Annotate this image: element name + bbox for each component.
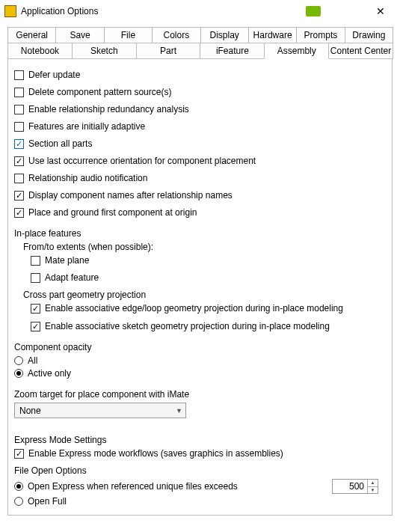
title-bar: Application Options ✕: [0, 0, 400, 22]
value-express-threshold: 500: [333, 480, 367, 493]
checkbox-place-ground[interactable]: [14, 208, 24, 218]
input-express-threshold[interactable]: 500 ▲▼: [332, 479, 378, 494]
label-place-ground: Place and ground first component at orig…: [28, 207, 197, 218]
section-zoom: Zoom target for place component with iMa…: [14, 389, 386, 400]
tab-save[interactable]: Save: [55, 27, 104, 43]
tab-file[interactable]: File: [104, 27, 153, 43]
radio-opacity-active[interactable]: [14, 369, 23, 378]
tab-part[interactable]: Part: [136, 43, 201, 59]
tab-ifeature[interactable]: iFeature: [200, 43, 265, 59]
checkbox-mate-plane[interactable]: [31, 256, 40, 266]
tab-notebook[interactable]: Notebook: [7, 43, 73, 59]
label-sketch-geo: Enable associative sketch geometry proje…: [45, 321, 330, 331]
tab-prompts[interactable]: Prompts: [296, 27, 345, 43]
checkbox-enable-redundancy[interactable]: [14, 105, 24, 114]
label-section-all: Section all parts: [28, 138, 92, 149]
label-display-names: Display component names after relationsh…: [28, 190, 233, 201]
checkbox-features-adaptive[interactable]: [14, 122, 24, 132]
label-mate-plane: Mate plane: [45, 255, 89, 266]
checkbox-defer-update[interactable]: [14, 70, 24, 80]
tab-general[interactable]: General: [7, 27, 56, 43]
assembly-panel: Defer update Delete component pattern so…: [7, 58, 393, 516]
section-inplace: In-place features: [14, 228, 386, 239]
checkbox-section-all[interactable]: [14, 139, 24, 149]
section-opacity: Component opacity: [14, 342, 386, 352]
checkbox-adapt-feature[interactable]: [31, 273, 40, 283]
window-title: Application Options: [21, 6, 98, 16]
checkbox-use-last-occ[interactable]: [14, 156, 24, 166]
label-adapt-feature: Adapt feature: [45, 272, 99, 283]
label-delete-pattern: Delete component pattern source(s): [28, 87, 171, 97]
tab-hardware[interactable]: Hardware: [248, 27, 297, 43]
radio-open-full[interactable]: [14, 497, 23, 506]
tab-display[interactable]: Display: [200, 27, 249, 43]
chevron-down-icon: ▼: [176, 407, 182, 415]
label-fromto: From/to extents (when possible):: [23, 242, 386, 252]
label-features-adaptive: Features are initially adaptive: [28, 121, 145, 132]
label-open-full: Open Full: [28, 496, 67, 507]
checkbox-enable-express[interactable]: [14, 449, 24, 459]
select-zoom-value: None: [19, 406, 41, 416]
tab-colors[interactable]: Colors: [152, 27, 200, 43]
label-open-express: Open Express when referenced unique file…: [28, 481, 238, 492]
tab-content-center[interactable]: Content Center: [328, 43, 393, 59]
tab-sketch[interactable]: Sketch: [72, 43, 137, 59]
checkbox-sketch-geo[interactable]: [31, 322, 40, 331]
checkbox-edge-loop[interactable]: [31, 304, 40, 314]
label-edge-loop: Enable associative edge/loop geometry pr…: [45, 303, 343, 314]
label-audio-notif: Relationship audio notification: [28, 173, 147, 183]
radio-opacity-all[interactable]: [14, 356, 23, 365]
label-use-last-occ: Use last occurrence orientation for comp…: [28, 156, 256, 166]
radio-open-express[interactable]: [14, 482, 23, 491]
label-enable-redundancy: Enable relationship redundancy analysis: [28, 104, 189, 114]
nvidia-icon: [306, 6, 321, 16]
checkbox-delete-pattern[interactable]: [14, 88, 24, 97]
tab-drawing[interactable]: Drawing: [345, 27, 393, 43]
section-express: Express Mode Settings: [14, 435, 386, 445]
spinner-icon[interactable]: ▲▼: [367, 480, 378, 493]
close-button[interactable]: ✕: [366, 1, 396, 22]
select-zoom-target[interactable]: None ▼: [14, 403, 186, 418]
app-icon: [4, 5, 16, 17]
label-enable-express: Enable Express mode workflows (saves gra…: [28, 448, 283, 459]
label-opacity-active: Active only: [28, 368, 71, 379]
label-opacity-all: All: [28, 355, 37, 366]
tab-strip: General Save File Colors Display Hardwar…: [7, 27, 393, 59]
label-cross-part: Cross part geometry projection: [23, 290, 386, 300]
checkbox-audio-notif[interactable]: [14, 174, 24, 183]
label-defer-update: Defer update: [28, 70, 80, 80]
tab-assembly[interactable]: Assembly: [264, 43, 329, 59]
label-file-open: File Open Options: [14, 465, 386, 476]
checkbox-display-names[interactable]: [14, 191, 24, 201]
